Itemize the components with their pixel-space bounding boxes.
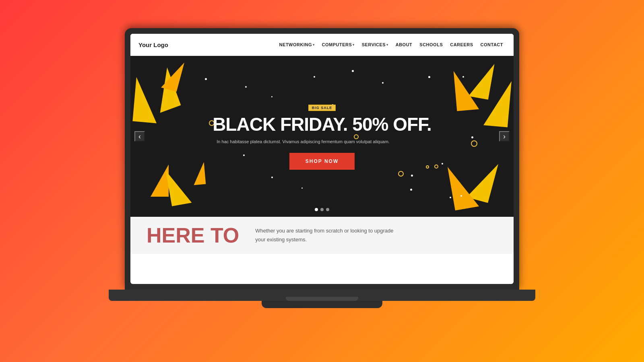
dot — [352, 70, 354, 72]
gold-dot — [471, 140, 477, 147]
nav-item-networking[interactable]: NETWORKING ▾ — [277, 41, 317, 49]
slider-dots — [315, 208, 329, 211]
gold-dot — [434, 165, 438, 169]
hero-content: BIG SALE BLACK FRIDAY. 50% OFF. In hac h… — [213, 103, 431, 170]
triangle-8 — [466, 158, 498, 203]
shop-now-button[interactable]: SHOP NOW — [289, 153, 355, 170]
gold-dot — [398, 171, 404, 177]
chevron-right-icon: › — [503, 132, 506, 141]
triangle-6 — [469, 60, 495, 99]
triangle-7 — [454, 69, 479, 111]
triangle-3 — [132, 77, 160, 123]
bottom-section: HERE TO Whether you are starting from sc… — [130, 217, 514, 254]
navbar: Your Logo NETWORKING ▾ COMPUTERS ▾ SERVI… — [130, 34, 514, 56]
nav-item-computers[interactable]: COMPUTERS ▾ — [320, 41, 357, 49]
dot — [462, 76, 464, 78]
triangle-10 — [483, 79, 512, 128]
triangle-2 — [161, 58, 184, 92]
laptop-base — [109, 290, 535, 301]
dot — [271, 177, 273, 178]
nav-item-about[interactable]: ABOUT — [393, 41, 415, 49]
sale-badge: BIG SALE — [308, 105, 336, 111]
dot — [442, 163, 443, 165]
hero-subtitle: In hac habitasse platea dictumst. Vivamu… — [213, 139, 394, 144]
triangle-1 — [147, 68, 181, 113]
nav-menu: NETWORKING ▾ COMPUTERS ▾ SERVICES ▾ ABOU… — [277, 41, 506, 49]
dot — [410, 189, 412, 191]
nav-item-careers[interactable]: CAREERS — [448, 41, 475, 49]
triangle-4 — [151, 165, 169, 197]
triangle-9 — [448, 163, 479, 211]
laptop-lid: Your Logo NETWORKING ▾ COMPUTERS ▾ SERVI… — [125, 28, 519, 290]
dot — [411, 175, 413, 177]
hero-slider: ‹ › BIG SALE BLACK FRIDAY. 50% OFF. In h… — [130, 56, 514, 217]
dot — [382, 82, 384, 84]
dot — [428, 76, 430, 78]
dot — [314, 76, 315, 78]
slider-prev-button[interactable]: ‹ — [134, 131, 145, 142]
triangle-11 — [192, 162, 206, 185]
chevron-down-icon: ▾ — [386, 43, 388, 47]
laptop-screen: Your Logo NETWORKING ▾ COMPUTERS ▾ SERVI… — [130, 34, 514, 284]
dot — [245, 86, 247, 88]
dot — [450, 197, 451, 198]
slider-dot-3[interactable] — [326, 208, 329, 211]
dot — [301, 187, 303, 189]
nav-item-services[interactable]: SERVICES ▾ — [359, 41, 391, 49]
dot — [205, 78, 207, 80]
hero-title: BLACK FRIDAY. 50% OFF. — [213, 115, 431, 134]
bottom-heading: HERE TO — [147, 225, 239, 246]
chevron-down-icon: ▾ — [313, 43, 315, 47]
slider-dot-1[interactable] — [315, 208, 318, 211]
laptop-stand — [262, 301, 382, 308]
laptop-container: Your Logo NETWORKING ▾ COMPUTERS ▾ SERVI… — [109, 28, 535, 334]
dot — [271, 96, 272, 97]
slider-dot-2[interactable] — [320, 208, 324, 211]
dot — [471, 136, 473, 138]
nav-item-contact[interactable]: CONTACT — [478, 41, 506, 49]
bottom-description: Whether you are starting from scratch or… — [255, 226, 400, 244]
chevron-left-icon: ‹ — [138, 132, 141, 141]
dot — [460, 195, 462, 197]
triangle-5 — [166, 167, 192, 206]
chevron-down-icon: ▾ — [353, 43, 355, 47]
site-logo[interactable]: Your Logo — [138, 41, 168, 48]
slider-next-button[interactable]: › — [499, 131, 510, 142]
nav-item-schools[interactable]: SCHOOLS — [417, 41, 445, 49]
